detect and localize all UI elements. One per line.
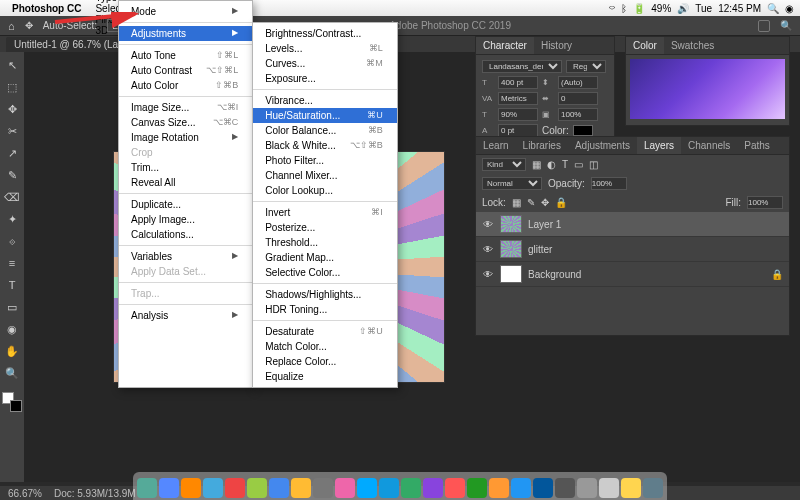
- menuitem-canvas-size-[interactable]: Canvas Size...⌥⌘C: [119, 115, 252, 130]
- dock-app-5[interactable]: [247, 478, 267, 498]
- tool-3[interactable]: ✂: [3, 122, 21, 140]
- menuitem-hdr-toning-[interactable]: HDR Toning...: [253, 302, 397, 317]
- battery-icon[interactable]: 🔋: [633, 3, 645, 14]
- menuitem-apply-data-set-: Apply Data Set...: [119, 264, 252, 279]
- dock-app-23[interactable]: [643, 478, 663, 498]
- dock-app-18[interactable]: [533, 478, 553, 498]
- menuitem-auto-tone[interactable]: Auto Tone⇧⌘L: [119, 48, 252, 63]
- menuitem-apply-image-[interactable]: Apply Image...: [119, 212, 252, 227]
- home-icon[interactable]: ⌂: [8, 20, 15, 32]
- clock-time: 12:45 PM: [718, 3, 761, 14]
- volume-icon[interactable]: 🔊: [677, 3, 689, 14]
- clock-day: Tue: [695, 3, 712, 14]
- tool-8[interactable]: ⟐: [3, 232, 21, 250]
- tool-2[interactable]: ✥: [3, 100, 21, 118]
- tool-0[interactable]: ↖: [3, 56, 21, 74]
- wifi-icon[interactable]: ⌔: [609, 3, 615, 14]
- menuitem-curves-[interactable]: Curves...⌘M: [253, 56, 397, 71]
- dock-app-11[interactable]: [379, 478, 399, 498]
- bluetooth-icon[interactable]: ᛒ: [621, 3, 627, 14]
- dock-app-15[interactable]: [467, 478, 487, 498]
- menuitem-analysis[interactable]: Analysis: [119, 308, 252, 323]
- dock-app-0[interactable]: [137, 478, 157, 498]
- image-menu: ModeAdjustmentsAuto Tone⇧⌘LAuto Contrast…: [118, 0, 253, 388]
- dock-app-20[interactable]: [577, 478, 597, 498]
- tool-11[interactable]: ▭: [3, 298, 21, 316]
- dock-app-14[interactable]: [445, 478, 465, 498]
- menuitem-invert[interactable]: Invert⌘I: [253, 205, 397, 220]
- battery-pct: 49%: [651, 3, 671, 14]
- move-tool-icon[interactable]: ✥: [25, 20, 33, 31]
- dock-app-2[interactable]: [181, 478, 201, 498]
- dock-app-6[interactable]: [269, 478, 289, 498]
- menuitem-gradient-map-[interactable]: Gradient Map...: [253, 250, 397, 265]
- tool-5[interactable]: ✎: [3, 166, 21, 184]
- window-title: Adobe Photoshop CC 2019: [389, 20, 511, 31]
- dock-app-8[interactable]: [313, 478, 333, 498]
- dock-app-9[interactable]: [335, 478, 355, 498]
- menuitem-color-balance-[interactable]: Color Balance...⌘B: [253, 123, 397, 138]
- dock-app-21[interactable]: [599, 478, 619, 498]
- tool-1[interactable]: ⬚: [3, 78, 21, 96]
- menuitem-threshold-[interactable]: Threshold...: [253, 235, 397, 250]
- menuitem-brightness-contrast-[interactable]: Brightness/Contrast...: [253, 26, 397, 41]
- svg-line-0: [55, 14, 135, 22]
- tool-12[interactable]: ◉: [3, 320, 21, 338]
- menuitem-black-white-[interactable]: Black & White...⌥⇧⌘B: [253, 138, 397, 153]
- dock-app-22[interactable]: [621, 478, 641, 498]
- menuitem-replace-color-[interactable]: Replace Color...: [253, 354, 397, 369]
- menuitem-variables[interactable]: Variables: [119, 249, 252, 264]
- menuitem-image-rotation[interactable]: Image Rotation: [119, 130, 252, 145]
- menuitem-calculations-[interactable]: Calculations...: [119, 227, 252, 242]
- dock-app-16[interactable]: [489, 478, 509, 498]
- menuitem-reveal-all[interactable]: Reveal All: [119, 175, 252, 190]
- menuitem-exposure-[interactable]: Exposure...: [253, 71, 397, 86]
- menuitem-trim-[interactable]: Trim...: [119, 160, 252, 175]
- menuitem-color-lookup-[interactable]: Color Lookup...: [253, 183, 397, 198]
- toolbox: ↖⬚✥✂↗✎⌫✦⟐≡T▭◉✋🔍: [0, 52, 24, 482]
- dock-app-7[interactable]: [291, 478, 311, 498]
- siri-icon[interactable]: ◉: [785, 3, 794, 14]
- tool-4[interactable]: ↗: [3, 144, 21, 162]
- color-swatches[interactable]: [2, 392, 22, 412]
- menuitem-match-color-[interactable]: Match Color...: [253, 339, 397, 354]
- dock-app-19[interactable]: [555, 478, 575, 498]
- menuitem-auto-color[interactable]: Auto Color⇧⌘B: [119, 78, 252, 93]
- tool-9[interactable]: ≡: [3, 254, 21, 272]
- menuitem-trap-: Trap...: [119, 286, 252, 301]
- menuitem-image-size-[interactable]: Image Size...⌥⌘I: [119, 100, 252, 115]
- search-icon[interactable]: 🔍: [780, 20, 792, 31]
- dock-app-4[interactable]: [225, 478, 245, 498]
- menuitem-shadows-highlights-[interactable]: Shadows/Highlights...: [253, 287, 397, 302]
- tool-7[interactable]: ✦: [3, 210, 21, 228]
- annotation-arrow: [50, 12, 150, 32]
- dock-app-13[interactable]: [423, 478, 443, 498]
- menuitem-photo-filter-[interactable]: Photo Filter...: [253, 153, 397, 168]
- doc-size: Doc: 5.93M/13.9M: [54, 488, 136, 499]
- menuitem-equalize[interactable]: Equalize: [253, 369, 397, 384]
- menuitem-duplicate-[interactable]: Duplicate...: [119, 197, 252, 212]
- dock-app-10[interactable]: [357, 478, 377, 498]
- dock-app-1[interactable]: [159, 478, 179, 498]
- adjustments-submenu: Brightness/Contrast...Levels...⌘LCurves.…: [252, 22, 398, 388]
- workspace-icon[interactable]: [758, 20, 770, 32]
- menuitem-hue-saturation-[interactable]: Hue/Saturation...⌘U: [253, 108, 397, 123]
- dock-app-12[interactable]: [401, 478, 421, 498]
- tool-6[interactable]: ⌫: [3, 188, 21, 206]
- menuitem-crop: Crop: [119, 145, 252, 160]
- menuitem-auto-contrast[interactable]: Auto Contrast⌥⇧⌘L: [119, 63, 252, 78]
- menuitem-vibrance-[interactable]: Vibrance...: [253, 93, 397, 108]
- tool-13[interactable]: ✋: [3, 342, 21, 360]
- dock-app-3[interactable]: [203, 478, 223, 498]
- menuitem-channel-mixer-[interactable]: Channel Mixer...: [253, 168, 397, 183]
- spotlight-icon[interactable]: 🔍: [767, 3, 779, 14]
- zoom-level[interactable]: 66.67%: [8, 488, 42, 499]
- menuitem-desaturate[interactable]: Desaturate⇧⌘U: [253, 324, 397, 339]
- menuitem-posterize-[interactable]: Posterize...: [253, 220, 397, 235]
- dock-app-17[interactable]: [511, 478, 531, 498]
- menuitem-levels-[interactable]: Levels...⌘L: [253, 41, 397, 56]
- tool-10[interactable]: T: [3, 276, 21, 294]
- tool-14[interactable]: 🔍: [3, 364, 21, 382]
- mac-dock: [133, 472, 667, 500]
- menuitem-selective-color-[interactable]: Selective Color...: [253, 265, 397, 280]
